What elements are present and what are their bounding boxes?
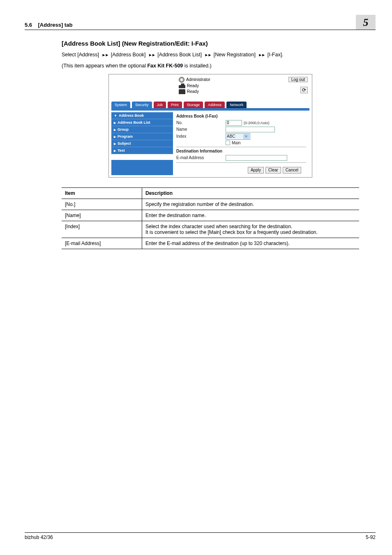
index-label: Index: [176, 134, 226, 139]
col-item-header: Item: [62, 187, 142, 199]
logout-button[interactable]: Log out: [288, 77, 308, 82]
arrow-icon: ►►: [257, 53, 266, 57]
tab-storage[interactable]: Storage: [184, 102, 203, 108]
install-note: (This item appears when the optional Fax…: [62, 62, 359, 70]
refresh-button[interactable]: ⟳: [300, 87, 308, 93]
desc-cell: Enter the destination name.: [142, 210, 359, 221]
page-footer: bizhub 42/36 5-92: [25, 532, 376, 540]
arrow-icon: ►►: [101, 53, 110, 57]
main-label: Main: [232, 141, 241, 145]
sidebar-item-address-book-list[interactable]: Address Book List: [111, 119, 173, 126]
sidebar-item-group[interactable]: Group: [111, 126, 173, 133]
arrow-icon: ►►: [147, 53, 156, 57]
no-label: No.: [176, 120, 226, 125]
table-row: [E-mail Address]Enter the E-mail address…: [62, 238, 359, 249]
scanner-icon: [179, 89, 185, 94]
item-cell: [Index]: [62, 221, 142, 238]
name-label: Name: [176, 127, 226, 132]
sidebar: Address Book Address Book List Group Pro…: [111, 112, 173, 175]
description-table: Item Description [No.]Specify the regist…: [62, 187, 359, 249]
col-desc-header: Description: [142, 187, 359, 199]
chevron-right-icon: [114, 127, 116, 132]
chevron-right-icon: [114, 141, 116, 146]
table-row: [No.]Specify the registration number of …: [62, 199, 359, 210]
tab-print[interactable]: Print: [168, 102, 182, 108]
breadcrumb: Select [Address] ►► [Address Book] ►► [A…: [62, 51, 359, 59]
item-cell: [No.]: [62, 199, 142, 210]
printer-icon: [179, 83, 185, 88]
chevron-right-icon: [114, 120, 116, 125]
main-checkbox[interactable]: [226, 141, 230, 145]
section-title: [Address] tab: [38, 22, 73, 28]
section-number: 5.6: [25, 22, 32, 28]
desc-cell: Select the index character used when sea…: [142, 221, 359, 238]
tab-system[interactable]: System: [111, 102, 130, 108]
chevron-down-icon: ▾: [243, 134, 249, 139]
form-panel: Address Book (I-Fax) No. (0-2000,0:Auto)…: [173, 112, 309, 175]
web-connection-screenshot: Administrator Log out ⟳ Ready Ready Syst…: [108, 74, 312, 178]
sidebar-item-address-book[interactable]: Address Book: [111, 112, 173, 119]
no-hint: (0-2000,0:Auto): [244, 121, 270, 125]
footer-model: bizhub 42/36: [25, 534, 53, 540]
desc-cell: Enter the E-mail address of the destinat…: [142, 238, 359, 249]
table-row: [Name]Enter the destination name.: [62, 210, 359, 221]
chapter-number: 5: [356, 15, 376, 30]
section-header: 5.6 [Address] tab: [25, 22, 72, 28]
item-cell: [Name]: [62, 210, 142, 221]
email-input[interactable]: [226, 155, 287, 161]
destination-info-title: Destination Information: [176, 149, 306, 153]
form-title: Address Book (I-Fax): [176, 114, 306, 118]
desc-cell: Specify the registration number of the d…: [142, 199, 359, 210]
sidebar-item-program[interactable]: Program: [111, 133, 173, 140]
chevron-down-icon: [114, 113, 117, 118]
index-select[interactable]: ABC ▾: [226, 133, 250, 140]
clear-button[interactable]: Clear: [265, 167, 281, 173]
tab-job[interactable]: Job: [154, 102, 166, 108]
table-row: [Index]Select the index character used w…: [62, 221, 359, 238]
sidebar-item-text[interactable]: Text: [111, 147, 173, 154]
page-title: [Address Book List] (New Registration/Ed…: [62, 40, 359, 47]
name-input[interactable]: [226, 127, 275, 132]
footer-page: 5-92: [366, 534, 376, 540]
cancel-button[interactable]: Cancel: [283, 167, 301, 173]
item-cell: [E-mail Address]: [62, 238, 142, 249]
scanner-status: Ready: [179, 89, 308, 94]
user-icon: [179, 77, 184, 83]
email-label: E-mail Address: [176, 155, 226, 160]
arrow-icon: ►►: [203, 53, 212, 57]
tab-bar: System Security Job Print Storage Addres…: [109, 101, 312, 108]
sidebar-item-subject[interactable]: Subject: [111, 140, 173, 147]
tab-security[interactable]: Security: [132, 102, 152, 108]
apply-button[interactable]: Apply: [248, 167, 264, 173]
chevron-right-icon: [114, 134, 116, 139]
tab-network[interactable]: Network: [226, 102, 247, 108]
refresh-icon: ⟳: [302, 87, 306, 93]
chevron-right-icon: [114, 148, 116, 153]
no-input[interactable]: [226, 120, 242, 126]
printer-status: Ready: [179, 83, 308, 88]
tab-address[interactable]: Address: [205, 102, 225, 108]
page-header: 5.6 [Address] tab 5: [25, 15, 376, 30]
